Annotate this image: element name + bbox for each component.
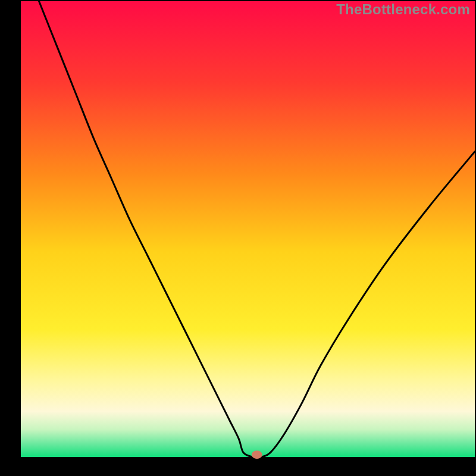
- watermark-text: TheBottleneck.com: [336, 1, 470, 18]
- plot-background: [21, 1, 475, 457]
- bottleneck-chart: [0, 0, 476, 476]
- chart-stage: TheBottleneck.com: [0, 0, 476, 476]
- optimal-point-marker: [252, 450, 262, 459]
